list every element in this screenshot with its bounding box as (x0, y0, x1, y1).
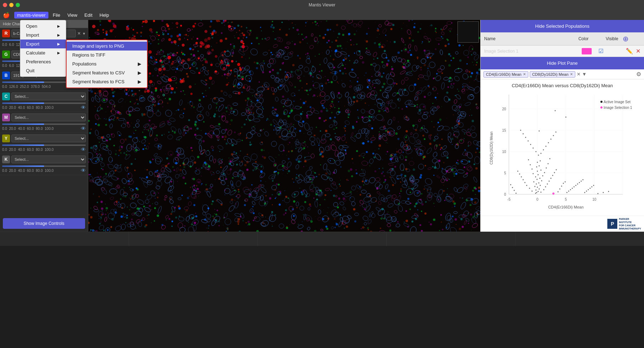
parker-logo-icon: P (607, 219, 617, 229)
export-image-layers-png[interactable]: Image and layers to PNG (67, 42, 147, 51)
svg-point-80 (570, 189, 571, 190)
channel-select-k[interactable]: Select... (11, 155, 86, 163)
chart-area: CD4(Er166Di) Mean versus CD8(Dy162Di) Me… (481, 79, 644, 216)
channel-visibility-y[interactable]: 👁 (81, 147, 86, 152)
export-regions-tiff[interactable]: Regions to TIFF (67, 51, 147, 59)
svg-point-44 (539, 165, 540, 167)
population-delete-icon[interactable]: ✕ (636, 48, 640, 54)
svg-point-22 (538, 191, 539, 192)
filter-expand-button[interactable]: ▼ (582, 72, 587, 77)
svg-point-84 (577, 184, 578, 185)
export-submenu: Image and layers to PNG Regions to TIFF … (66, 39, 148, 88)
svg-point-41 (532, 169, 533, 170)
filter-remove-cd4[interactable]: ✕ (523, 72, 526, 76)
svg-point-109 (555, 110, 556, 111)
svg-point-73 (512, 187, 513, 188)
channel-badge-c: C (2, 93, 10, 100)
add-population-icon[interactable]: ⊕ (623, 35, 629, 43)
svg-point-111 (565, 117, 566, 118)
taskbar-segment-5 (515, 232, 644, 246)
svg-point-40 (540, 170, 541, 171)
svg-point-100 (530, 144, 531, 145)
filter-dropdown-button[interactable]: ✕ (577, 72, 581, 77)
svg-text:Active Image Set: Active Image Set (604, 100, 631, 104)
channel-row-k: K Select... 0.0 20.0 40.0 60.0 80.0 100.… (0, 154, 88, 175)
export-populations[interactable]: Populations▶ (67, 59, 147, 68)
svg-point-113 (603, 192, 604, 193)
svg-point-85 (579, 182, 580, 183)
population-visible-check[interactable]: ☑ (598, 48, 603, 54)
menu-quit[interactable]: Quit (20, 66, 66, 75)
window-title: Mantis Viewer (309, 2, 335, 7)
apple-menu[interactable]: 🍎 (3, 12, 10, 19)
menu-export[interactable]: Export▶ Image and layers to PNG Regions … (20, 39, 66, 48)
channel-range-b: 0.0 126.0 252.0 378.0 504.0 (2, 85, 51, 89)
svg-point-34 (535, 176, 536, 178)
menu-mantis-viewer[interactable]: mantis-viewer (14, 12, 48, 19)
hide-selected-populations-button[interactable]: Hide Selected Populations (481, 20, 644, 32)
show-image-controls-button[interactable]: Show Image Controls (3, 218, 85, 229)
channel-visibility-c[interactable]: 👁 (81, 105, 86, 110)
selection-scatter-dot (553, 193, 555, 195)
svg-text:15: 15 (502, 128, 506, 132)
minimize-button[interactable] (9, 3, 14, 7)
menu-edit[interactable]: Edit (82, 12, 95, 19)
svg-point-57 (526, 185, 527, 186)
channel-visibility-k[interactable]: 👁 (81, 168, 86, 173)
channel-remove-r[interactable]: ✕ (77, 31, 81, 36)
file-menu-list: Open▶ Import▶ Export▶ Image and layers t… (20, 20, 66, 77)
channel-select-y[interactable]: Select... (11, 135, 86, 142)
taskbar-segment-4 (387, 232, 515, 246)
svg-point-31 (541, 180, 542, 181)
maximize-button[interactable] (16, 3, 20, 7)
svg-point-86 (581, 181, 582, 182)
hide-plot-pane-button[interactable]: Hide Plot Pane (481, 57, 644, 69)
svg-point-94 (538, 155, 539, 156)
export-segment-features-csv[interactable]: Segment features to CSV▶ (67, 68, 147, 77)
parker-logo-text: PARKER INSTITUTE FOR CANCER IMMUNOTHERAP… (619, 217, 641, 230)
svg-text:10: 10 (502, 150, 506, 154)
svg-text:0: 0 (536, 197, 539, 201)
population-edit-icon[interactable]: ✏️ (626, 48, 633, 54)
svg-text:CD8(Dy162Di) Mean: CD8(Dy162Di) Mean (489, 132, 493, 165)
menu-view[interactable]: View (64, 12, 80, 19)
plot-pane: Hide Plot Pane CD4(Er166Di) Mean ✕ CD8(D… (481, 57, 644, 232)
channel-select-c[interactable]: Select... (11, 93, 86, 100)
plot-pane-header: Hide Plot Pane (481, 57, 644, 69)
filter-remove-cd8[interactable]: ✕ (570, 72, 573, 76)
filter-settings-icon[interactable]: ⚙ (636, 71, 641, 78)
plot-filter-row: CD4(Er166Di) Mean ✕ CD8(Dy162Di) Mean ✕ … (481, 69, 644, 79)
table-header: Name Color Visible ⊕ (481, 32, 644, 46)
channel-row-y: Y Select... 0.0 20.0 40.0 60.0 80.0 100.… (0, 133, 88, 154)
svg-point-87 (582, 179, 583, 180)
right-panel: Hide Selected Populations Name Color Vis… (480, 20, 644, 232)
channel-range-k: 0.0 20.0 40.0 60.0 80.0 100.0 (2, 169, 54, 173)
svg-point-66 (554, 172, 555, 173)
channel-select-m[interactable]: Select... (11, 114, 86, 121)
channel-visibility-m[interactable]: 👁 (81, 126, 86, 131)
menu-import[interactable]: Import▶ (20, 31, 66, 39)
svg-point-62 (550, 178, 551, 179)
menu-calculate[interactable]: Calculate▶ (20, 48, 66, 57)
menu-file[interactable]: File (50, 12, 63, 19)
svg-point-110 (539, 131, 540, 132)
channel-dropdown-r[interactable]: ▼ (82, 32, 86, 36)
close-button[interactable] (3, 3, 7, 7)
svg-point-93 (593, 185, 594, 186)
svg-point-95 (540, 153, 541, 154)
taskbar-segment-2 (129, 232, 258, 246)
svg-point-55 (529, 188, 530, 189)
menu-open[interactable]: Open▶ (20, 22, 66, 31)
population-color-swatch[interactable] (582, 48, 592, 54)
svg-point-71 (514, 190, 515, 191)
svg-text:10: 10 (592, 197, 597, 201)
menu-help[interactable]: Help (97, 12, 112, 19)
svg-point-67 (517, 171, 518, 172)
svg-point-82 (574, 186, 575, 188)
svg-point-103 (550, 139, 551, 140)
svg-point-72 (559, 189, 560, 190)
svg-point-98 (533, 148, 534, 149)
svg-point-54 (543, 189, 544, 190)
menu-preferences[interactable]: Preferences (20, 57, 66, 66)
export-segment-features-fcs[interactable]: Segment features to FCS▶ (67, 77, 147, 86)
